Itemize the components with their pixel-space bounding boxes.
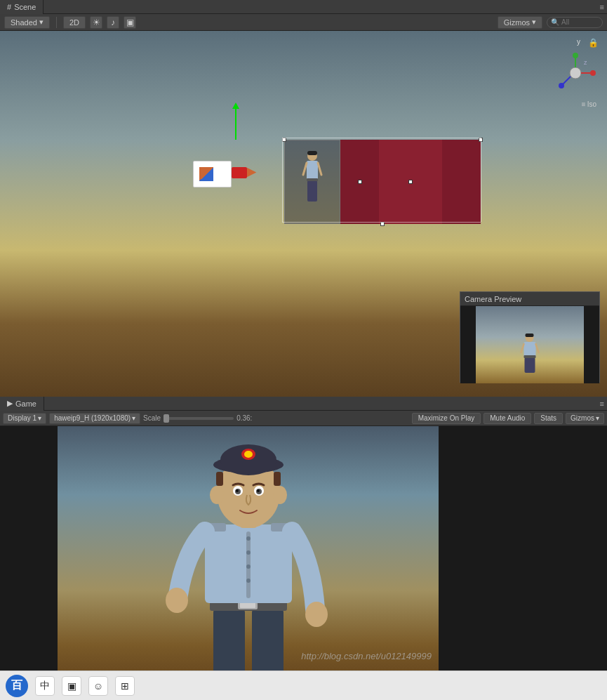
svg-point-48	[257, 489, 260, 492]
svg-point-30	[246, 550, 251, 555]
stats-button[interactable]: Stats	[534, 413, 563, 424]
svg-line-12	[318, 163, 321, 175]
svg-rect-13	[307, 180, 317, 202]
baidu-btn-2-icon: ▣	[67, 680, 76, 692]
mute-audio-button[interactable]: Mute Audio	[483, 413, 531, 424]
svg-point-6	[559, 83, 564, 88]
scene-tab[interactable]: # Scene	[0, 0, 44, 14]
svg-point-32	[246, 579, 251, 583]
gizmos-game-label: Gizmos	[571, 414, 594, 422]
baidu-btn-2[interactable]: ▣	[62, 676, 81, 696]
gizmo-iso-label: Iso	[587, 100, 596, 108]
gizmo-iso[interactable]: ≡ Iso	[582, 100, 596, 108]
gizmo-lock-icon[interactable]: 🔒	[588, 38, 599, 48]
svg-point-36	[305, 602, 328, 627]
resolution-button[interactable]: haweip9_H (1920x1080) ▾	[49, 413, 140, 424]
camera-body	[193, 161, 232, 187]
watermark: http://blog.csdn.net/u012149999	[301, 651, 432, 661]
baidu-toolbar: 百 中 ▣ ☺ ⊞	[0, 671, 607, 700]
scale-slider[interactable]	[164, 417, 234, 420]
baidu-btn-4[interactable]: ⊞	[115, 676, 135, 696]
svg-rect-10	[307, 161, 318, 180]
game-tab[interactable]: ▶ Game	[0, 397, 44, 411]
svg-point-50	[273, 486, 287, 504]
camera-preview-viewport	[460, 306, 599, 383]
gizmo-y-label: y	[577, 38, 580, 46]
lighting-button[interactable]: ☀	[90, 16, 102, 29]
shading-mode-label: Shaded	[11, 18, 37, 27]
gizmos-game-button[interactable]: Gizmos ▾	[566, 413, 604, 424]
svg-rect-20	[525, 357, 535, 373]
gizmo-svg: z	[554, 52, 596, 94]
game-maximize-icon[interactable]: ≡	[600, 399, 604, 408]
baidu-logo[interactable]: 百	[6, 675, 28, 697]
svg-point-29	[246, 536, 251, 541]
maximize-on-play-label: Maximize On Play	[418, 414, 475, 422]
baidu-btn-4-icon: ⊞	[121, 680, 129, 692]
effects-button[interactable]: ▣	[124, 16, 136, 29]
svg-text:z: z	[584, 59, 587, 66]
svg-line-18	[521, 344, 524, 352]
display-dropdown-icon: ▾	[38, 414, 41, 422]
maximize-on-play-button[interactable]: Maximize On Play	[412, 413, 481, 424]
scale-thumb	[164, 414, 169, 423]
scene-viewport: y 🔒 z	[0, 31, 607, 397]
shading-mode-button[interactable]: Shaded ▾	[4, 16, 50, 29]
lighting-icon: ☀	[93, 18, 100, 27]
gizmos-label: Gizmos	[504, 18, 530, 27]
camera-preview: Camera Preview	[460, 291, 600, 383]
mute-audio-label: Mute Audio	[490, 414, 525, 422]
bbox-bottom	[282, 222, 481, 223]
camera-preview-title: Camera Preview	[460, 292, 599, 306]
view-2d-label: 2D	[69, 18, 79, 27]
svg-line-19	[536, 344, 539, 352]
baidu-btn-3[interactable]: ☺	[88, 676, 108, 696]
scene-toolbar-right: Gizmos ▾ 🔍	[498, 16, 603, 29]
scene-maximize-icon[interactable]: ≡	[600, 3, 604, 11]
audio-icon: ♪	[111, 18, 115, 27]
scene-toolbar: Shaded ▾ 2D ☀ ♪ ▣ Gizmos ▾ 🔍	[0, 14, 607, 31]
bbox-left	[282, 138, 283, 222]
scene-tab-bar: # Scene ≡	[0, 0, 607, 14]
orientation-gizmo[interactable]: y 🔒 z	[551, 38, 600, 108]
svg-point-35	[166, 588, 188, 613]
scene-tab-icon: #	[7, 3, 11, 11]
scale-label: Scale	[143, 414, 161, 422]
scene-panel: # Scene ≡ Shaded ▾ 2D ☀ ♪ ▣ Gizmos ▾	[0, 0, 607, 397]
resolution-dropdown-icon: ▾	[132, 414, 135, 422]
bbox-top	[282, 138, 481, 138]
preview-char-svg	[518, 333, 542, 378]
display-button[interactable]: Display 1 ▾	[3, 413, 46, 424]
svg-rect-52	[274, 472, 281, 486]
audio-button[interactable]: ♪	[107, 16, 119, 29]
svg-line-11	[303, 163, 307, 175]
character-svg	[302, 150, 323, 213]
gizmos-button[interactable]: Gizmos ▾	[498, 16, 542, 29]
move-arrow-tip	[232, 103, 239, 109]
maroon-panel-1	[340, 140, 379, 224]
game-tab-bar: ▶ Game ≡	[0, 397, 607, 411]
gizmo-center: z	[554, 52, 596, 94]
baidu-btn-1[interactable]: 中	[35, 676, 55, 696]
toolbar-separator-1	[56, 17, 57, 28]
svg-point-49	[210, 486, 224, 504]
game-toolbar: Display 1 ▾ haweip9_H (1920x1080) ▾ Scal…	[0, 411, 607, 426]
scene-tab-label: Scene	[14, 3, 36, 11]
letterbox-left	[0, 426, 58, 700]
scale-container: Scale 0.36:	[143, 414, 409, 422]
svg-point-47	[236, 489, 239, 492]
preview-left-bar	[460, 306, 476, 383]
gizmos-dropdown-icon: ▾	[532, 18, 536, 27]
game-toolbar-right: Maximize On Play Mute Audio Stats Gizmos…	[412, 413, 604, 424]
svg-point-31	[246, 564, 251, 569]
character-panel	[284, 140, 340, 224]
svg-point-4	[573, 53, 578, 58]
gizmos-game-dropdown-icon: ▾	[596, 414, 599, 422]
search-container: 🔍	[547, 17, 603, 28]
svg-rect-16	[526, 334, 534, 337]
view-2d-button[interactable]: 2D	[63, 16, 86, 29]
scale-value: 0.36:	[236, 414, 252, 422]
stats-label: Stats	[540, 414, 556, 422]
svg-point-42	[244, 451, 253, 458]
camera-color-block	[199, 167, 213, 181]
